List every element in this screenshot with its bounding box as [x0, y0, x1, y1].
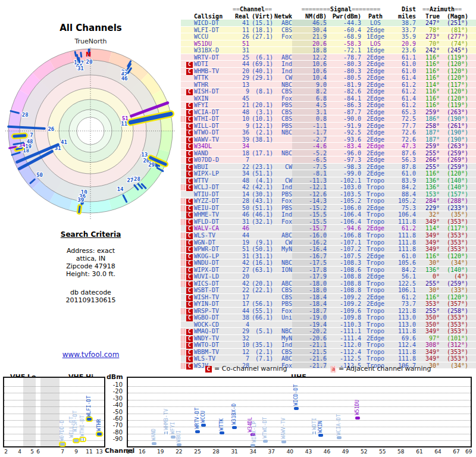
noise-margin-cell: -4.6: [292, 143, 327, 149]
co-channel-warning-flag: C: [186, 156, 194, 163]
distance-cell: 23.6: [390, 47, 416, 54]
x-tick-label: 43: [303, 449, 314, 455]
callsign-cell: WYZZ-DT: [194, 198, 231, 204]
network-cell: [273, 47, 292, 54]
virtual-channel-cell: (40.1): [249, 68, 273, 74]
real-channel-cell: 7: [231, 355, 249, 362]
callsign-cell: WCIA-DT: [194, 109, 231, 115]
path-cell: Tropo: [361, 314, 390, 321]
x-tick-label: 37: [266, 449, 277, 455]
true-azimuth-cell: 349°: [416, 355, 440, 362]
magnetic-azimuth-cell: (119°): [440, 102, 468, 108]
power-cell: -84.1: [327, 95, 361, 102]
table-row: CW34DL34-4.6-83.42Edge47.3259°(263°): [181, 143, 476, 150]
network-cell: Ind: [273, 61, 292, 67]
noise-margin-cell: 46.5: [292, 20, 327, 26]
table-row: CWHMB-TV20(40.1)Ind10.6-80.32Edge61.0116…: [181, 68, 476, 75]
real-channel-cell: 22: [231, 164, 249, 170]
signal-bar: [232, 426, 237, 429]
callsign-cell: WISH-DT: [194, 88, 231, 95]
power-cell: -103.5: [327, 191, 361, 198]
virtual-channel-cell: (20.1): [249, 102, 273, 108]
tvfool-link[interactable]: www.tvfool.com: [0, 350, 181, 359]
power-cell: -111.4: [327, 335, 361, 342]
real-channel-cell: 28: [231, 198, 249, 204]
true-azimuth-cell: 266°: [416, 156, 440, 163]
virtual-channel-cell: [249, 294, 273, 301]
magnetic-azimuth-cell: (245°): [440, 47, 468, 54]
table-row: CWAND18(17.1)NBC-5.2-96.02Edge87.6255°(2…: [181, 150, 476, 157]
magnetic-azimuth-cell: (288°): [440, 198, 468, 204]
callsign-cell: WRSP-TV: [194, 308, 231, 314]
true-azimuth-cell: 273°: [416, 33, 440, 40]
true-azimuth-cell: 116°: [416, 294, 440, 301]
table-row: WTHR13NBC9.0-81.92Edge61.2114°(117°): [181, 82, 476, 89]
co-channel-icon: C: [186, 130, 193, 136]
co-channel-icon: C: [186, 137, 193, 143]
radar-channel-label: 39: [77, 197, 84, 203]
true-azimuth-cell: 70°: [416, 40, 440, 47]
true-azimuth-cell: 350°: [416, 314, 440, 321]
network-cell: ABC: [273, 232, 292, 239]
power-cell: -109.2: [327, 301, 361, 307]
path-cell: Tropo: [361, 232, 390, 239]
signal-bar-label: WHMB-TV: [163, 409, 170, 430]
path-cell: 2Edge: [361, 136, 390, 143]
callsign-cell: WTHR: [194, 82, 231, 88]
true-azimuth-cell: 116°: [416, 74, 440, 81]
table-row: CWBUI22(23.1)CW-7.5-98.32Edge87.8255°(25…: [181, 164, 476, 171]
noise-margin-cell: 30.4: [292, 27, 327, 33]
signal-bar: [355, 417, 360, 420]
adjacent-channel-icon: [181, 246, 186, 252]
callsign-cell: WBUI: [194, 164, 231, 170]
co-channel-warning-flag: [186, 47, 194, 54]
callsign-cell: WLS-TV: [194, 355, 231, 362]
magnetic-azimuth-cell: (312°): [440, 342, 468, 348]
true-azimuth-cell: 30°: [416, 287, 440, 293]
true-azimuth-cell: 114°: [416, 82, 440, 88]
noise-margin-cell: -19.4: [292, 321, 327, 328]
power-cell: -108.8: [327, 273, 361, 280]
co-channel-warning-flag: C: [186, 211, 194, 218]
signal-bar: [281, 440, 286, 443]
callsign-cell: WGN-DT: [194, 239, 231, 246]
co-channel-icon: C: [186, 144, 193, 150]
callsign-cell: WWTO-DT: [194, 342, 231, 348]
noise-margin-cell: -16.4: [292, 246, 327, 252]
true-azimuth-cell: 259°: [416, 143, 440, 149]
noise-margin-cell: -15.5: [292, 211, 327, 218]
noise-margin-cell: -18.4: [292, 294, 327, 301]
network-cell: PBS: [273, 191, 292, 198]
magnetic-azimuth-cell: (117°): [440, 225, 468, 231]
magnetic-azimuth-cell: (140°): [440, 184, 468, 190]
co-channel-warning-flag: C: [186, 184, 194, 190]
adjacent-channel-icon: [181, 240, 186, 246]
true-azimuth-cell: 136°: [416, 184, 440, 190]
co-channel-icon: C: [186, 288, 193, 294]
network-cell: Ind: [273, 342, 292, 348]
power-cell: -97.3: [327, 156, 361, 163]
real-channel-cell: 46: [231, 225, 249, 231]
noise-margin-cell: -17.8: [292, 267, 327, 273]
signal-bar-label: WISH-DT: [72, 411, 79, 432]
true-azimuth-cell: 0°: [416, 273, 440, 280]
real-channel-cell: 36: [231, 129, 249, 136]
magnetic-azimuth-cell: (233°): [440, 205, 468, 211]
adjacent-warning-flag: [181, 232, 186, 239]
co-channel-icon: C: [186, 199, 193, 205]
x-tick-label: 64: [433, 449, 443, 455]
table-row: WTTK29(29.1)CW10.4-80.52Edge61.4116°(120…: [181, 74, 476, 82]
adjacent-warning-flag: [181, 156, 186, 163]
table-row: WCCU26(27.1)Fox21.9-68.91Edge35.9273°(27…: [181, 33, 476, 40]
distance-cell: 61.2: [390, 225, 416, 231]
network-cell: CBS: [273, 349, 292, 355]
callsign-cell: WPWR-DT: [194, 246, 231, 252]
noise-margin-cell: 10.6: [292, 61, 327, 67]
signal-bar: [250, 444, 255, 447]
co-channel-icon: C: [186, 124, 193, 130]
real-channel-cell: 31: [231, 218, 249, 225]
callsign-cell: WSBT-DT: [194, 287, 231, 293]
distance-cell: 61.0: [390, 170, 416, 177]
callsign-cell: WTTK: [194, 74, 231, 81]
table-row: WXIN45Fox6.8-84.12Edge61.4116°(120°): [181, 95, 476, 102]
